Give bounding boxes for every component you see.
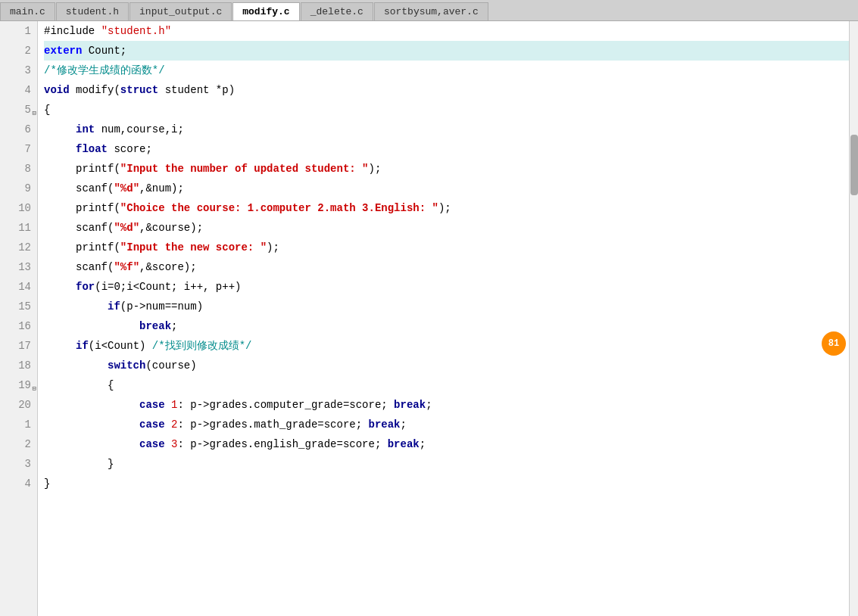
line-num-24: 4	[0, 474, 37, 493]
code-line-8: printf("Input the number of updated stud…	[44, 159, 849, 179]
code-line-15: if(p->num==num)	[44, 297, 849, 316]
code-line-2: extern Count;	[44, 41, 849, 61]
code-line-3: /*修改学生成绩的函数*/	[44, 61, 849, 80]
line-num-1: 1	[0, 21, 37, 41]
line-num-12: 12	[0, 238, 37, 257]
line-num-14: 14	[0, 277, 37, 297]
code-line-13: scanf("%f",&score);	[44, 257, 849, 277]
code-line-14: for(i=0;i<Count; i++, p++)	[44, 277, 849, 297]
tab-bar: main.c student.h input_output.c modify.c…	[0, 0, 858, 21]
line-num-22: 2	[0, 434, 37, 454]
code-lines: #include "student.h" extern Count; /*修改学…	[38, 21, 849, 616]
line-num-23: 3	[0, 454, 37, 474]
notification-badge[interactable]: 81	[822, 331, 846, 356]
tab-sortbysum-c[interactable]: sortbysum,aver.c	[374, 2, 488, 20]
line-num-3: 3	[0, 61, 37, 80]
line-num-21: 1	[0, 415, 37, 434]
code-line-23: }	[44, 454, 849, 474]
line-num-10: 10	[0, 198, 37, 218]
code-line-1: #include "student.h"	[44, 21, 849, 41]
code-line-21: case 2: p->grades.math_grade=score; brea…	[44, 415, 849, 434]
code-line-24: }	[44, 474, 849, 493]
line-numbers: 1 2 3 4 5⊟ 6 7 8 9 10 11 12 13 14 15 16 …	[0, 21, 38, 616]
line-num-8: 8	[0, 159, 37, 179]
line-num-4: 4	[0, 80, 37, 100]
code-line-9: scanf("%d",&num);	[44, 179, 849, 198]
tab-main-c[interactable]: main.c	[0, 2, 55, 20]
code-area: 1 2 3 4 5⊟ 6 7 8 9 10 11 12 13 14 15 16 …	[0, 21, 858, 616]
code-line-4: void modify(struct student *p)	[44, 80, 849, 100]
tab-delete-c[interactable]: _delete.c	[301, 2, 373, 20]
code-line-10: printf("Choice the course: 1.computer 2.…	[44, 198, 849, 218]
editor-container: main.c student.h input_output.c modify.c…	[0, 0, 858, 616]
line-num-2: 2	[0, 41, 37, 61]
code-line-6: int num,course,i;	[44, 120, 849, 139]
code-line-11: scanf("%d",&course);	[44, 218, 849, 238]
line-num-18: 18	[0, 356, 37, 375]
code-line-7: float score;	[44, 139, 849, 159]
code-line-22: case 3: p->grades.english_grade=score; b…	[44, 434, 849, 454]
code-line-5: {	[44, 100, 849, 120]
line-num-16: 16	[0, 316, 37, 336]
line-num-15: 15	[0, 297, 37, 316]
scrollbar-track[interactable]	[849, 21, 858, 616]
line-num-9: 9	[0, 179, 37, 198]
code-line-16: break;	[44, 316, 849, 336]
tab-modify-c[interactable]: modify.c	[232, 2, 299, 20]
scrollbar-thumb[interactable]	[850, 135, 858, 195]
code-line-12: printf("Input the new score: ");	[44, 238, 849, 257]
code-line-18: switch(course)	[44, 356, 849, 375]
code-line-20: case 1: p->grades.computer_grade=score; …	[44, 395, 849, 415]
line-num-17: 17	[0, 336, 37, 356]
tab-student-h[interactable]: student.h	[56, 2, 129, 20]
line-num-11: 11	[0, 218, 37, 238]
code-line-17: if(i<Count) /*找到则修改成绩*/	[44, 336, 849, 356]
line-num-13: 13	[0, 257, 37, 277]
line-num-5: 5⊟	[0, 100, 37, 120]
code-line-19: {	[44, 375, 849, 395]
tab-input-output-c[interactable]: input_output.c	[129, 2, 232, 20]
line-num-19: 19⊟	[0, 375, 37, 395]
line-num-7: 7	[0, 139, 37, 159]
